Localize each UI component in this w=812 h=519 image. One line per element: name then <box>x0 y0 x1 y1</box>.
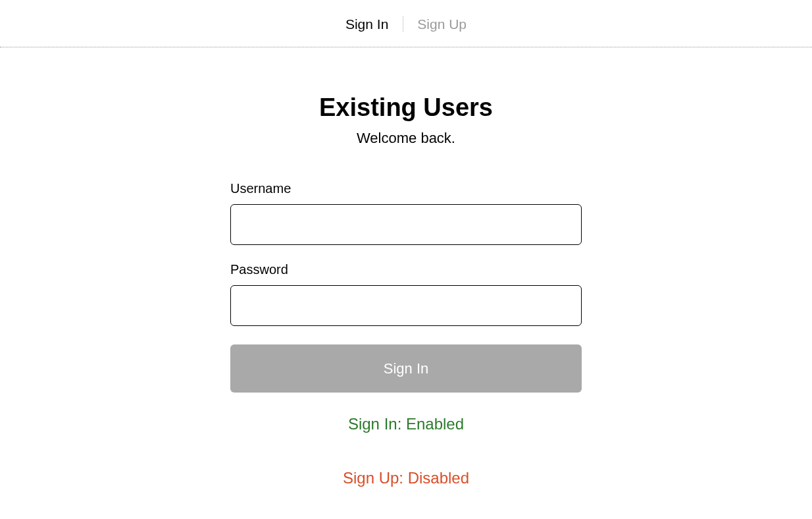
username-group: Username <box>230 181 582 245</box>
password-label: Password <box>230 262 582 277</box>
password-input[interactable] <box>230 285 582 326</box>
signin-panel: Existing Users Welcome back. Username Pa… <box>230 47 582 487</box>
tab-signin[interactable]: Sign In <box>331 14 403 34</box>
password-group: Password <box>230 262 582 326</box>
username-input[interactable] <box>230 204 582 245</box>
auth-tabs: Sign In Sign Up <box>0 0 812 47</box>
tab-signup[interactable]: Sign Up <box>403 14 481 34</box>
signup-status: Sign Up: Disabled <box>230 469 582 487</box>
username-label: Username <box>230 181 582 196</box>
signin-status: Sign In: Enabled <box>230 415 582 433</box>
page-subtitle: Welcome back. <box>230 130 582 147</box>
page-title: Existing Users <box>230 94 582 122</box>
signin-button[interactable]: Sign In <box>230 344 582 393</box>
